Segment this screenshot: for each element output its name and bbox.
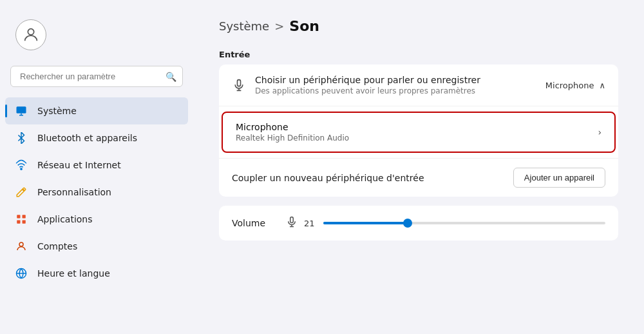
volume-slider-fill bbox=[323, 222, 408, 224]
sidebar-item-heure[interactable]: Heure et langue bbox=[5, 260, 188, 287]
main-content: Système > Son Entrée Choisir un périphér… bbox=[193, 0, 644, 334]
input-device-text: Choisir un périphérique pour parler ou e… bbox=[255, 75, 536, 95]
nav-list: Système Bluetooth et appareils Réseau et… bbox=[0, 97, 193, 287]
avatar[interactable] bbox=[15, 19, 46, 50]
sidebar-item-systeme[interactable]: Système bbox=[5, 97, 188, 124]
svg-rect-5 bbox=[17, 221, 20, 224]
apps-icon bbox=[14, 212, 28, 226]
sidebar-item-systeme-label: Système bbox=[37, 106, 77, 116]
breadcrumb: Système > Son bbox=[219, 18, 618, 34]
pencil-icon bbox=[14, 185, 28, 199]
entree-section-label: Entrée bbox=[219, 50, 618, 59]
svg-rect-1 bbox=[17, 106, 26, 113]
search-input[interactable] bbox=[10, 66, 183, 87]
svg-rect-12 bbox=[290, 217, 294, 223]
add-device-button[interactable]: Ajouter un appareil bbox=[513, 168, 605, 188]
microphone-title: Microphone bbox=[236, 122, 598, 132]
account-icon bbox=[14, 239, 28, 253]
sidebar-item-comptes[interactable]: Comptes bbox=[5, 233, 188, 260]
sidebar-item-perso[interactable]: Personnalisation bbox=[5, 179, 188, 206]
microphone-subtitle: Realtek High Definition Audio bbox=[236, 133, 598, 142]
svg-point-2 bbox=[21, 168, 22, 170]
chevron-up-icon: ∧ bbox=[599, 81, 605, 90]
sidebar-item-reseau-label: Réseau et Internet bbox=[37, 160, 121, 170]
input-device-right-label: Microphone ∧ bbox=[545, 81, 605, 90]
globe-icon bbox=[14, 266, 28, 280]
sidebar-item-heure-label: Heure et langue bbox=[37, 268, 110, 279]
input-device-subtitle: Des applications peuvent avoir leurs pro… bbox=[255, 86, 536, 95]
microphone-text: Microphone Realtek High Definition Audio bbox=[236, 122, 598, 142]
breadcrumb-parent: Système bbox=[219, 19, 269, 33]
breadcrumb-separator: > bbox=[274, 19, 284, 33]
svg-rect-4 bbox=[23, 215, 26, 218]
sidebar-item-bluetooth-label: Bluetooth et appareils bbox=[37, 133, 137, 143]
volume-card: Volume 21 bbox=[219, 206, 618, 241]
input-device-title: Choisir un périphérique pour parler ou e… bbox=[255, 75, 536, 85]
volume-mic-icon bbox=[286, 216, 298, 230]
volume-value: 21 bbox=[304, 219, 317, 228]
chevron-right-icon: › bbox=[598, 127, 601, 137]
breadcrumb-current: Son bbox=[289, 18, 319, 34]
svg-rect-3 bbox=[17, 215, 20, 218]
sidebar-item-reseau[interactable]: Réseau et Internet bbox=[5, 152, 188, 179]
sidebar-item-perso-label: Personnalisation bbox=[37, 187, 111, 197]
svg-rect-6 bbox=[23, 221, 26, 224]
svg-point-7 bbox=[19, 242, 23, 246]
monitor-icon bbox=[14, 104, 28, 118]
sidebar: 🔍 Système Bluetooth et appareils Réseau … bbox=[0, 0, 193, 334]
search-icon: 🔍 bbox=[166, 72, 176, 82]
microphone-input-icon bbox=[232, 78, 246, 92]
add-device-text: Coupler un nouveau périphérique d'entrée bbox=[232, 173, 504, 183]
add-device-row: Coupler un nouveau périphérique d'entrée… bbox=[219, 158, 618, 197]
bluetooth-icon bbox=[14, 131, 28, 145]
avatar-area bbox=[0, 13, 193, 66]
sidebar-item-bluetooth[interactable]: Bluetooth et appareils bbox=[5, 124, 188, 152]
volume-label: Volume bbox=[232, 218, 277, 228]
user-icon bbox=[22, 26, 40, 44]
wifi-icon bbox=[14, 158, 28, 172]
sidebar-item-comptes-label: Comptes bbox=[37, 241, 77, 251]
input-device-row[interactable]: Choisir un périphérique pour parler ou e… bbox=[219, 64, 618, 106]
search-box: 🔍 bbox=[10, 66, 183, 87]
sidebar-item-applications-label: Applications bbox=[37, 214, 93, 224]
sidebar-item-applications[interactable]: Applications bbox=[5, 206, 188, 233]
add-device-title: Coupler un nouveau périphérique d'entrée bbox=[232, 173, 504, 183]
svg-rect-9 bbox=[238, 80, 241, 86]
input-device-label-text: Microphone bbox=[545, 81, 594, 90]
volume-slider[interactable] bbox=[323, 222, 605, 224]
volume-slider-thumb bbox=[403, 219, 412, 228]
microphone-row[interactable]: Microphone Realtek High Definition Audio… bbox=[222, 112, 616, 153]
input-device-card: Choisir un périphérique pour parler ou e… bbox=[219, 64, 618, 197]
volume-controls: 21 bbox=[286, 216, 605, 230]
svg-point-0 bbox=[28, 29, 33, 35]
